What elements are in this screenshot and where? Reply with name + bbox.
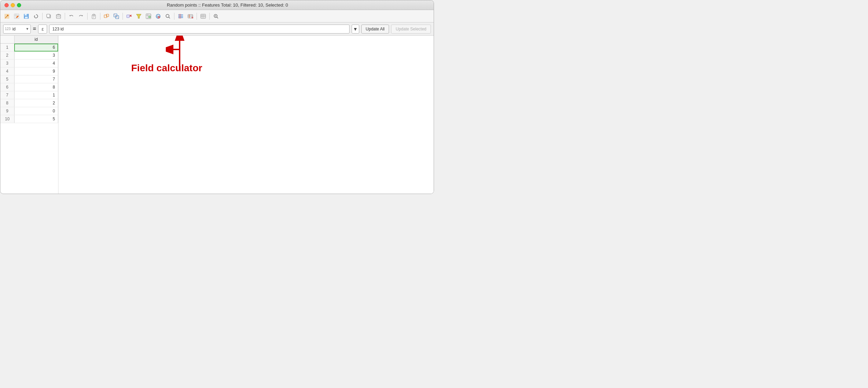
col-view-button[interactable]: [176, 12, 185, 21]
svg-rect-11: [56, 15, 61, 18]
table-row[interactable]: 82: [0, 99, 58, 107]
annotation-area: Field calculator: [58, 36, 434, 194]
minimize-button[interactable]: [11, 3, 15, 7]
id-value-cell[interactable]: 4: [14, 59, 58, 67]
filter-button[interactable]: [134, 12, 143, 21]
data-table: id 162334495768718290105: [0, 36, 58, 123]
table-row[interactable]: 49: [0, 67, 58, 75]
field-calculator-label: Field calculator: [131, 63, 202, 74]
row-number-cell: 6: [0, 83, 14, 91]
toggle-edit-button[interactable]: [2, 12, 11, 21]
table-row[interactable]: 34: [0, 59, 58, 67]
separator-6: [174, 13, 174, 20]
duplicate-button[interactable]: [44, 12, 53, 21]
title-bar: Random points :: Features Total: 10, Fil…: [0, 0, 434, 10]
save-button[interactable]: [22, 12, 31, 21]
table-row[interactable]: 23: [0, 52, 58, 59]
id-value-cell[interactable]: 6: [14, 44, 58, 52]
traffic-lights: [4, 3, 21, 7]
svg-rect-23: [104, 15, 107, 18]
close-button[interactable]: [4, 3, 9, 7]
main-window: Random points :: Features Total: 10, Fil…: [0, 0, 434, 194]
separator-2: [65, 13, 65, 20]
field-type-icon: 123: [5, 27, 11, 31]
calc-bar: 123 id ▼ = ε ▼ Update All Update Selecte…: [0, 22, 434, 36]
separator-7: [197, 13, 197, 20]
separator-4: [100, 13, 100, 20]
svg-rect-7: [27, 14, 27, 15]
table-row[interactable]: 105: [0, 115, 58, 123]
id-value-cell[interactable]: 9: [14, 67, 58, 75]
svg-rect-47: [179, 14, 180, 19]
update-selected-button[interactable]: Update Selected: [391, 25, 431, 34]
svg-marker-8: [34, 15, 35, 16]
edit-table-button[interactable]: [12, 12, 21, 21]
row-number-cell: 9: [0, 107, 14, 115]
search-button[interactable]: [163, 12, 172, 21]
row-number-cell: 4: [0, 67, 14, 75]
redo-button[interactable]: [76, 12, 85, 21]
id-column-header: id: [14, 36, 58, 44]
row-number-cell: 8: [0, 99, 14, 107]
zoom-feature-button[interactable]: [211, 12, 220, 21]
svg-rect-56: [201, 14, 206, 18]
calc-bar-arrow-svg: [173, 36, 187, 56]
svg-point-42: [166, 14, 169, 17]
field-name-label: id: [12, 27, 26, 31]
row-number-cell: 2: [0, 52, 14, 59]
id-value-cell[interactable]: 1: [14, 91, 58, 99]
svg-rect-28: [127, 15, 129, 18]
zoom-selected-button[interactable]: [112, 12, 121, 21]
update-all-button[interactable]: Update All: [361, 25, 389, 34]
field-selector[interactable]: 123 id ▼: [3, 25, 31, 34]
id-value-cell[interactable]: 7: [14, 75, 58, 83]
svg-marker-29: [136, 14, 141, 18]
table-row[interactable]: 57: [0, 75, 58, 83]
id-value-cell[interactable]: 3: [14, 52, 58, 59]
id-value-cell[interactable]: 8: [14, 83, 58, 91]
table-row[interactable]: 90: [0, 107, 58, 115]
add-column-button[interactable]: [144, 12, 153, 21]
svg-line-62: [217, 17, 218, 18]
separator-5: [123, 13, 123, 20]
delete-button[interactable]: [54, 12, 63, 21]
svg-line-43: [169, 17, 170, 18]
svg-rect-10: [47, 14, 50, 17]
equals-sign: =: [33, 26, 36, 32]
row-number-cell: 5: [0, 75, 14, 83]
table-row[interactable]: 16: [0, 44, 58, 52]
svg-rect-19: [93, 14, 95, 16]
svg-rect-24: [106, 14, 109, 17]
row-number-cell: 3: [0, 59, 14, 67]
id-value-cell[interactable]: 0: [14, 107, 58, 115]
row-number-cell: 1: [0, 44, 14, 52]
attribute-table: id 162334495768718290105: [0, 36, 58, 194]
expression-input[interactable]: [49, 25, 349, 34]
id-value-cell[interactable]: 2: [14, 99, 58, 107]
separator-3: [87, 13, 88, 20]
maximize-button[interactable]: [17, 3, 21, 7]
expression-dropdown-button[interactable]: ▼: [352, 25, 359, 34]
epsilon-button[interactable]: ε: [38, 25, 47, 34]
table-menu-button[interactable]: [199, 12, 208, 21]
toolbar: [0, 10, 434, 22]
table-row[interactable]: 68: [0, 83, 58, 91]
main-content: id 162334495768718290105: [0, 36, 434, 194]
paste-button[interactable]: [89, 12, 98, 21]
separator-1: [42, 13, 43, 20]
globe-button[interactable]: [154, 12, 163, 21]
col-actions-button[interactable]: [186, 12, 195, 21]
copy-selected-button[interactable]: [102, 12, 111, 21]
field-dropdown-arrow: ▼: [26, 27, 29, 31]
row-number-cell: 7: [0, 91, 14, 99]
refresh-button[interactable]: [31, 12, 40, 21]
separator-8: [209, 13, 210, 20]
id-value-cell[interactable]: 5: [14, 115, 58, 123]
window-title: Random points :: Features Total: 10, Fil…: [25, 2, 430, 8]
svg-rect-48: [180, 14, 181, 19]
svg-line-27: [114, 14, 119, 19]
svg-rect-6: [25, 17, 28, 18]
deselect-button[interactable]: [125, 12, 134, 21]
table-row[interactable]: 71: [0, 91, 58, 99]
undo-button[interactable]: [67, 12, 76, 21]
